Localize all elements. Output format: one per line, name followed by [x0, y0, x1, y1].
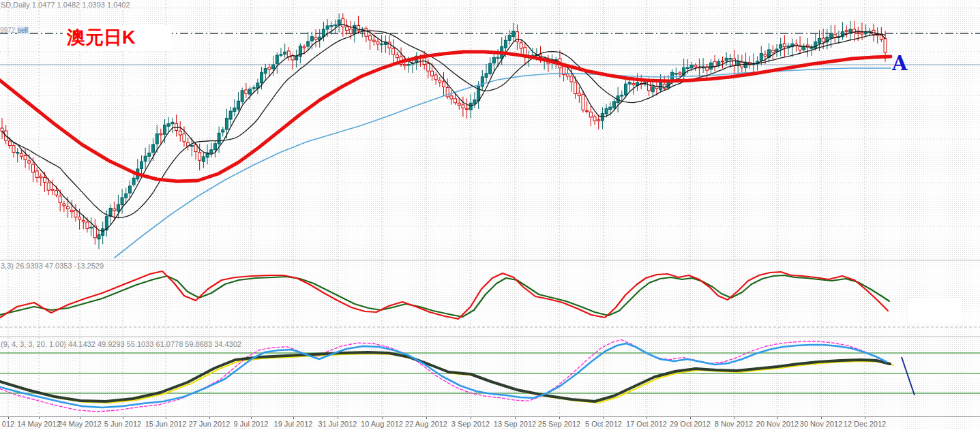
candle-body [492, 57, 495, 63]
candle-body [8, 141, 11, 146]
candle-body [434, 75, 437, 80]
candle-body [40, 176, 42, 177]
candle-body [578, 93, 580, 96]
candle-body [605, 108, 608, 114]
x-axis-label: 22 Aug 2012 [405, 420, 447, 428]
candle-body [369, 36, 372, 40]
x-axis-tick [690, 417, 691, 419]
candle-body [218, 133, 220, 144]
candle-body [404, 65, 406, 66]
candle-body [74, 211, 77, 217]
candle-body [713, 61, 716, 66]
trendline[interactable] [902, 357, 915, 395]
candle-body [167, 124, 170, 127]
candle-body [51, 189, 54, 191]
candle-body [679, 73, 681, 74]
candle-body [481, 77, 484, 87]
candle-body [284, 52, 286, 54]
x-axis-label: 8 Nov 2012 [715, 420, 753, 428]
chart-canvas[interactable] [0, 0, 980, 430]
x-axis-label: 9 Jul 2012 [234, 420, 269, 428]
a-text-marker[interactable]: A [892, 52, 908, 75]
x-axis-tick [559, 417, 560, 419]
trading-chart-window: SD,Daily 1.0477 1.0482 1.0393 1.0402 997… [0, 0, 980, 430]
candle-body [771, 50, 774, 52]
x-axis-label: 29 Oct 2012 [670, 420, 711, 428]
candle-body [466, 108, 469, 109]
x-axis-tick [426, 417, 427, 419]
x-axis-tick [166, 417, 166, 419]
ma-red-thick-line [0, 52, 891, 181]
candle-body [597, 120, 600, 121]
candle-body [225, 118, 228, 129]
candle-body [249, 89, 252, 94]
cn-annotation-box[interactable]: 澳元日K [63, 25, 172, 50]
candle-body [365, 29, 368, 37]
candle-body [210, 150, 213, 153]
candle-body [489, 63, 492, 74]
candle-body [222, 129, 224, 132]
x-axis-tick [865, 417, 865, 419]
candle-body [198, 153, 201, 161]
candle-body [628, 82, 631, 85]
candle-body [729, 59, 732, 59]
candle-body [55, 191, 58, 195]
candle-body [593, 117, 596, 121]
candle-body [342, 19, 344, 27]
candle-body [183, 134, 185, 142]
candle-body [252, 88, 255, 89]
candle-body [845, 31, 848, 31]
candle-body [264, 69, 267, 74]
x-axis-tick [515, 417, 516, 419]
x-axis-label: 13 Sep 2012 [494, 420, 536, 428]
x-axis-tick [382, 417, 383, 419]
candle-body [338, 20, 340, 25]
candle-body [376, 42, 379, 44]
candle-body [59, 196, 61, 203]
candle-body [381, 44, 383, 44]
x-axis-label: 17 Oct 2012 [626, 420, 667, 428]
candle-body [333, 25, 336, 25]
candle-body [12, 146, 15, 153]
x-axis-label: 25 Sep 2012 [538, 420, 580, 428]
candle-body [609, 107, 612, 110]
candle-body [237, 101, 239, 109]
candle-body [314, 37, 317, 40]
candle-body [346, 27, 348, 31]
x-axis-tick [777, 417, 778, 419]
candle-body [35, 171, 38, 177]
candle-body [651, 87, 654, 92]
candle-body [164, 125, 166, 134]
candle-body [621, 95, 623, 96]
candle-body [818, 38, 820, 43]
oscillator1-green-line [0, 275, 889, 317]
candle-body [830, 34, 833, 38]
x-axis-tick [123, 417, 123, 419]
symbol-period-label: SD,Daily [1, 1, 30, 9]
candle-body [1, 128, 3, 131]
candle-body [760, 54, 762, 61]
candle-body [276, 55, 278, 63]
candle-body [307, 42, 310, 46]
x-axis-label: 24 May 2012 [58, 420, 102, 428]
ohlc-values: 1.0477 1.0482 1.0393 1.0402 [32, 1, 130, 9]
candle-body [439, 80, 441, 82]
candle-body [67, 206, 70, 209]
ma-lightblue-line [115, 68, 891, 258]
x-axis-label: 5 Oct 2012 [585, 420, 622, 428]
candle-body [229, 111, 232, 119]
candle-body [504, 40, 507, 48]
candle-body [520, 43, 522, 48]
candle-body [155, 134, 158, 144]
candle-body [586, 110, 589, 111]
x-axis-tick [821, 417, 822, 419]
candle-body [70, 210, 73, 211]
ma-fast-black-line [2, 25, 885, 231]
candle-body [721, 61, 724, 61]
candle-body [690, 65, 693, 68]
candle-body [144, 156, 147, 161]
x-axis-label: 10 Aug 2012 [361, 420, 403, 428]
candle-body [803, 46, 805, 50]
white-annotation-box[interactable] [909, 299, 962, 323]
candle-body [31, 164, 34, 172]
